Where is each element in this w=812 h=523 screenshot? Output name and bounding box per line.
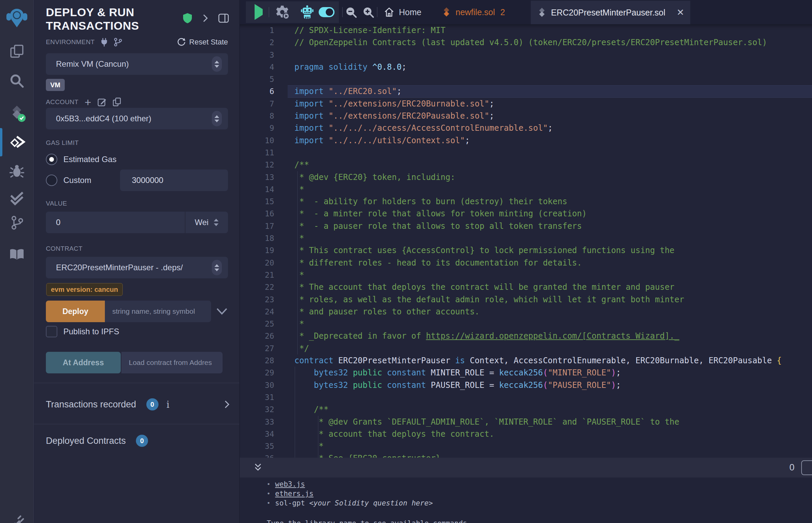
code-line-28[interactable]: 28contract ERC20PresetMinterPauser is Co… (240, 355, 812, 367)
code-line-10[interactable]: 10import "../../../utils/Context.sol"; (240, 134, 812, 147)
deployed-contracts-label: Deployed Contracts (46, 436, 126, 446)
code-line-9[interactable]: 9import "../../../access/AccessControlEn… (240, 122, 812, 134)
plug-icon[interactable] (100, 38, 108, 47)
code-line-19[interactable]: 19 * This contract uses {AccessControl} … (240, 244, 812, 256)
plugin-manager-icon[interactable] (9, 514, 24, 523)
file-explorer-icon[interactable] (9, 43, 24, 59)
custom-gas-input[interactable]: 3000000 (120, 169, 228, 191)
code-line-14[interactable]: 14 * (240, 183, 812, 196)
remix-logo-icon[interactable] (6, 8, 28, 29)
code-line-5[interactable]: 5 (240, 73, 812, 85)
terminal-list-item: •sol-gpt <your Solidity question here> (267, 499, 812, 508)
run-script-icon[interactable] (254, 9, 263, 15)
code-line-16[interactable]: 16 * - a minter role that allows for tok… (240, 208, 812, 220)
code-line-33[interactable]: 33 * @dev Grants `DEFAULT_ADMIN_ROLE`, `… (240, 416, 812, 428)
code-line-13[interactable]: 13 * @dev {ERC20} token, including: (240, 171, 812, 183)
contract-select[interactable]: ERC20PresetMinterPauser - .deps/ (46, 257, 228, 278)
learneth-icon[interactable] (9, 247, 25, 262)
publish-ipfs-label: Publish to IPFS (64, 327, 119, 336)
at-address-button[interactable]: At Address (46, 352, 121, 373)
debugger-icon[interactable] (9, 163, 24, 179)
deploy-run-icon[interactable] (8, 134, 25, 150)
terminal-list-item: •ethers.js (267, 489, 812, 499)
search-icon[interactable] (9, 73, 24, 89)
code-editor[interactable]: 1// SPDX-License-Identifier: MIT2// Open… (240, 24, 812, 458)
code-line-34[interactable]: 34 * account that deploys the contract. (240, 428, 812, 440)
ai-copilot-toggle[interactable] (319, 7, 335, 17)
reset-state-button[interactable]: Reset State (177, 38, 228, 47)
terminal-link[interactable]: ethers.js (275, 489, 314, 499)
code-line-18[interactable]: 18 * (240, 232, 812, 244)
shield-icon[interactable] (182, 13, 193, 23)
static-analysis-icon[interactable] (9, 191, 25, 206)
code-line-32[interactable]: 32 /** (240, 403, 812, 415)
code-line-11[interactable]: 11 (240, 147, 812, 159)
deploy-args-input[interactable]: string name, string symbol (105, 301, 211, 322)
terminal-search-input[interactable] (801, 460, 812, 475)
at-address-input[interactable]: Load contract from Addres (121, 352, 223, 373)
code-line-31[interactable]: 31 (240, 391, 812, 403)
collapse-terminal-icon[interactable] (254, 462, 262, 472)
code-line-30[interactable]: 30 bytes32 public constant PAUSER_ROLE =… (240, 379, 812, 391)
zoom-out-icon[interactable] (345, 6, 357, 19)
code-line-23[interactable]: 23 * roles, as well as the default admin… (240, 293, 812, 306)
code-line-22[interactable]: 22 * The account that deploys the contra… (240, 281, 812, 293)
code-line-20[interactable]: 20 * different roles - head to its docum… (240, 257, 812, 269)
expand-transactions-icon[interactable] (224, 400, 230, 409)
code-line-6[interactable]: 6import "../ERC20.sol"; (240, 85, 812, 97)
code-line-7[interactable]: 7import "../extensions/ERC20Burnable.sol… (240, 98, 812, 110)
code-line-27[interactable]: 27 */ (240, 342, 812, 355)
custom-gas-radio[interactable] (46, 175, 57, 186)
add-account-icon[interactable]: + (85, 97, 91, 107)
transactions-count-badge: 0 (146, 398, 158, 411)
code-line-3[interactable]: 3 (240, 49, 812, 61)
tab-home[interactable]: Home (384, 0, 422, 24)
code-line-25[interactable]: 25 * (240, 318, 812, 330)
code-line-1[interactable]: 1// SPDX-License-Identifier: MIT (240, 24, 812, 36)
copy-account-icon[interactable] (113, 97, 121, 107)
code-line-8[interactable]: 8import "../extensions/ERC20Pausable.sol… (240, 110, 812, 122)
account-select[interactable]: 0x5B3...eddC4 (100 ether) (46, 108, 228, 129)
editor: Home newfile.sol 2 ERC20PresetMinterPaus… (240, 0, 812, 458)
gas-limit-label: GAS LIMIT (46, 139, 79, 147)
publish-ipfs-checkbox[interactable] (46, 326, 57, 337)
unit-stepper-icon (214, 219, 218, 226)
terminal-link[interactable]: web3.js (275, 480, 305, 489)
select-arrows-icon (212, 56, 222, 72)
deploy-button[interactable]: Deploy (46, 301, 105, 322)
script-config-icon[interactable] (275, 4, 290, 20)
chevron-right-icon[interactable] (203, 14, 208, 22)
code-line-12[interactable]: 12/** (240, 159, 812, 171)
activity-bar (0, 0, 34, 523)
close-tab-icon[interactable]: ✕ (676, 7, 684, 18)
transactions-recorded-label: Transactions recorded (46, 399, 136, 410)
code-line-36[interactable]: 36 * See {ERC20-constructor}. (240, 452, 812, 458)
ai-copilot-icon[interactable] (300, 5, 314, 19)
estimated-gas-radio[interactable] (46, 154, 57, 165)
code-line-35[interactable]: 35 * (240, 440, 812, 452)
value-unit-select[interactable]: Wei (186, 212, 228, 233)
code-line-29[interactable]: 29 bytes32 public constant MINTER_ROLE =… (240, 367, 812, 379)
tab-erc20presetminterpauser[interactable]: ERC20PresetMinterPauser.sol ✕ (531, 1, 690, 24)
code-line-15[interactable]: 15 * - ability for holders to burn (dest… (240, 196, 812, 208)
terminal-listen-count: 0 (790, 462, 794, 473)
fork-icon[interactable] (113, 38, 122, 47)
tab-newfile[interactable]: newfile.sol 2 (442, 0, 505, 24)
edit-account-icon[interactable] (98, 98, 107, 107)
code-line-24[interactable]: 24 * and pauser roles to other accounts. (240, 306, 812, 318)
git-icon[interactable] (10, 215, 24, 231)
expand-deploy-icon[interactable] (216, 308, 228, 315)
contract-label: CONTRACT (46, 245, 83, 252)
panel-layout-icon[interactable] (218, 14, 229, 23)
code-line-26[interactable]: 26 * _Deprecated in favor of https://wiz… (240, 330, 812, 342)
environment-label: ENVIRONMENT (46, 38, 95, 46)
code-line-17[interactable]: 17 * - a pauser role that allows to stop… (240, 220, 812, 232)
code-line-4[interactable]: 4pragma solidity ^0.8.0; (240, 61, 812, 73)
code-line-2[interactable]: 2// OpenZeppelin Contracts (last updated… (240, 36, 812, 49)
solidity-compiler-icon[interactable] (8, 105, 25, 122)
info-icon[interactable]: i (166, 399, 170, 410)
environment-select[interactable]: Remix VM (Cancun) (46, 53, 228, 75)
value-input[interactable]: 0 (46, 212, 185, 233)
code-line-21[interactable]: 21 * (240, 269, 812, 281)
zoom-in-icon[interactable] (363, 6, 375, 19)
